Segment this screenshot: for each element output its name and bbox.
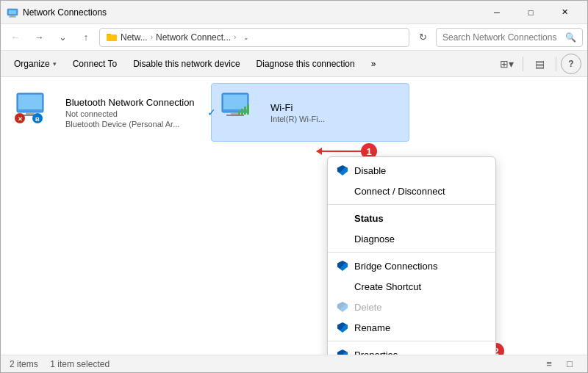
ctx-disable[interactable]: Disable bbox=[328, 160, 495, 181]
content-area: ✕ B Bluetooth Network Connection Not con… bbox=[1, 77, 587, 355]
shield-icon-rename bbox=[337, 322, 348, 333]
ctx-separator-1 bbox=[328, 204, 495, 205]
svg-rect-20 bbox=[244, 106, 246, 115]
search-icon: 🔍 bbox=[565, 32, 576, 43]
close-button[interactable]: ✕ bbox=[548, 1, 581, 24]
status-count: 2 items 1 item selected bbox=[10, 359, 110, 369]
window-icon bbox=[7, 7, 18, 18]
svg-text:✕: ✕ bbox=[18, 116, 23, 123]
svg-rect-18 bbox=[238, 111, 240, 115]
bluetooth-adapter: Bluetooth Device (Personal Ar... bbox=[65, 120, 199, 128]
svg-text:B: B bbox=[35, 116, 40, 123]
address-bar: ← → ⌄ ↑ Netw... › Network Connect... › ⌄… bbox=[1, 24, 587, 51]
search-bar[interactable]: 🔍 bbox=[436, 28, 583, 47]
svg-rect-2 bbox=[10, 15, 15, 17]
search-input[interactable] bbox=[442, 32, 561, 43]
recent-locations-button[interactable]: ⌄ bbox=[52, 27, 73, 48]
breadcrumb-separator: › bbox=[151, 33, 153, 41]
ctx-bridge-connections[interactable]: Bridge Connections bbox=[328, 256, 495, 276]
breadcrumb-dropdown-button[interactable]: ⌄ bbox=[239, 30, 254, 45]
shield-icon-disable bbox=[337, 164, 348, 176]
bluetooth-info: Bluetooth Network Connection Not connect… bbox=[65, 97, 199, 128]
network-item-bluetooth[interactable]: ✕ B Bluetooth Network Connection Not con… bbox=[7, 83, 205, 142]
svg-rect-7 bbox=[18, 95, 42, 109]
bluetooth-status: Not connected bbox=[65, 109, 199, 118]
shield-icon-properties bbox=[337, 349, 348, 355]
wifi-icon-container bbox=[218, 89, 265, 136]
ctx-delete: Delete bbox=[328, 297, 495, 317]
ctx-separator-3 bbox=[328, 341, 495, 341]
selected-checkmark: ✓ bbox=[207, 106, 216, 118]
forward-button[interactable]: → bbox=[29, 27, 49, 48]
bluetooth-icon-container: ✕ B bbox=[12, 89, 60, 136]
back-button[interactable]: ← bbox=[5, 27, 26, 48]
ctx-separator-2 bbox=[328, 252, 495, 253]
wifi-adapter: Intel(R) Wi-Fi... bbox=[270, 115, 403, 123]
shield-icon-delete bbox=[337, 301, 348, 313]
help-button[interactable]: ? bbox=[561, 54, 581, 74]
diagnose-button[interactable]: Diagnose this connection bbox=[249, 54, 362, 74]
ctx-connect-disconnect[interactable]: Connect / Disconnect bbox=[328, 181, 495, 201]
svg-rect-5 bbox=[107, 34, 111, 35]
toolbar: Organize ▾ Connect To Disable this netwo… bbox=[1, 51, 587, 77]
svg-rect-15 bbox=[223, 95, 247, 109]
ctx-create-shortcut[interactable]: Create Shortcut bbox=[328, 276, 495, 297]
connect-to-button[interactable]: Connect To bbox=[65, 54, 125, 74]
svg-rect-17 bbox=[226, 115, 244, 116]
breadcrumb-current: Network Connect... bbox=[156, 32, 231, 43]
ctx-status[interactable]: Status bbox=[328, 208, 495, 228]
organize-dropdown-arrow: ▾ bbox=[53, 60, 57, 68]
svg-rect-8 bbox=[26, 112, 35, 115]
toolbar-separator-2 bbox=[556, 57, 556, 71]
svg-rect-4 bbox=[107, 35, 117, 41]
ctx-properties[interactable]: Properties bbox=[328, 344, 495, 355]
wifi-name: Wi-Fi bbox=[270, 102, 403, 113]
breadcrumb-bar[interactable]: Netw... › Network Connect... › ⌄ bbox=[99, 28, 409, 47]
network-item-wifi[interactable]: ✓ Wi-Fi Intel(R) Wi-Fi... bbox=[211, 83, 409, 142]
svg-rect-1 bbox=[9, 10, 16, 14]
context-menu: Disable Connect / Disconnect Status Diag… bbox=[327, 156, 496, 355]
status-bar: 2 items 1 item selected ≡ □ bbox=[1, 355, 587, 372]
toolbar-separator bbox=[523, 57, 523, 71]
status-bar-right: ≡ □ bbox=[540, 357, 578, 372]
ctx-diagnose[interactable]: Diagnose bbox=[328, 228, 495, 249]
view-dropdown-button[interactable]: ⊞▾ bbox=[495, 54, 518, 74]
maximize-button[interactable]: □ bbox=[514, 1, 548, 24]
view-list-button[interactable]: ▤ bbox=[528, 54, 551, 74]
title-bar: Network Connections ─ □ ✕ bbox=[1, 1, 587, 24]
refresh-button[interactable]: ↻ bbox=[412, 27, 433, 48]
wifi-info: Wi-Fi Intel(R) Wi-Fi... bbox=[270, 102, 403, 123]
status-view-list-button[interactable]: ≡ bbox=[540, 357, 558, 372]
svg-rect-3 bbox=[9, 16, 16, 17]
disable-button[interactable]: Disable this network device bbox=[126, 54, 247, 74]
window-controls: ─ □ ✕ bbox=[480, 1, 581, 24]
ctx-rename[interactable]: Rename bbox=[328, 317, 495, 338]
svg-rect-19 bbox=[241, 109, 243, 115]
status-view-grid-button[interactable]: □ bbox=[561, 357, 578, 372]
breadcrumb-end: › bbox=[234, 33, 236, 41]
computer-icon: ✕ B bbox=[12, 89, 48, 124]
window: Network Connections ─ □ ✕ ← → ⌄ ↑ Netw..… bbox=[0, 0, 588, 373]
organize-button[interactable]: Organize ▾ bbox=[7, 54, 64, 74]
wifi-computer-icon bbox=[218, 89, 253, 124]
shield-icon-bridge bbox=[337, 260, 348, 272]
svg-rect-21 bbox=[247, 104, 249, 115]
up-button[interactable]: ↑ bbox=[76, 27, 96, 48]
folder-icon bbox=[106, 32, 118, 43]
bluetooth-name: Bluetooth Network Connection bbox=[65, 97, 199, 108]
breadcrumb-text: Netw... bbox=[121, 32, 148, 43]
window-title: Network Connections bbox=[23, 7, 480, 18]
more-button[interactable]: » bbox=[364, 54, 384, 74]
minimize-button[interactable]: ─ bbox=[480, 1, 514, 24]
